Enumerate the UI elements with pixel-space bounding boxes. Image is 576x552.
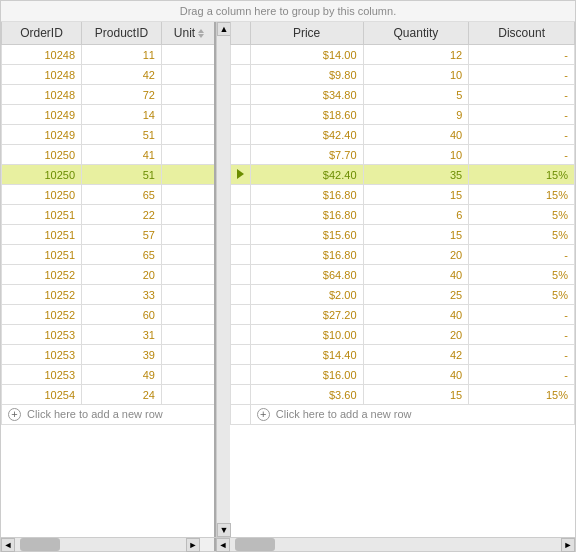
cell-productid: 72 [82, 85, 162, 105]
cell-orderid: 10250 [2, 165, 82, 185]
left-table-row[interactable]: 1025165 [2, 245, 215, 265]
left-panel: OrderID ProductID Unit [1, 22, 216, 537]
orderid-header[interactable]: OrderID [2, 22, 82, 45]
left-table-row[interactable]: 1025233 [2, 285, 215, 305]
cell-price: $9.80 [250, 65, 363, 85]
right-table-row[interactable]: $64.80405% [231, 265, 575, 285]
cell-productid: 24 [82, 385, 162, 405]
cell-unit [162, 345, 215, 365]
cell-price: $14.40 [250, 345, 363, 365]
cell-price: $16.80 [250, 245, 363, 265]
cell-indicator [231, 145, 251, 165]
left-table-row[interactable]: 1025424 [2, 385, 215, 405]
left-table-row[interactable]: 1025331 [2, 325, 215, 345]
cell-price: $18.60 [250, 105, 363, 125]
left-table-row[interactable]: 1025157 [2, 225, 215, 245]
left-table-row[interactable]: 1025220 [2, 265, 215, 285]
cell-orderid: 10250 [2, 185, 82, 205]
right-table-row[interactable]: $14.4042- [231, 345, 575, 365]
sort-up-icon [198, 29, 204, 33]
left-table-row[interactable]: 1025122 [2, 205, 215, 225]
hscroll-track-right[interactable] [230, 538, 561, 551]
left-table-row[interactable]: 1024914 [2, 105, 215, 125]
hscroll-left-btn-right[interactable]: ◄ [216, 538, 230, 552]
cell-orderid: 10253 [2, 365, 82, 385]
cell-orderid: 10254 [2, 385, 82, 405]
cell-productid: 51 [82, 125, 162, 145]
right-table-row[interactable]: $34.805- [231, 85, 575, 105]
cell-discount: - [469, 125, 575, 145]
cell-orderid: 10252 [2, 305, 82, 325]
productid-header[interactable]: ProductID [82, 22, 162, 45]
cell-discount: 5% [469, 265, 575, 285]
scroll-track[interactable] [217, 36, 230, 523]
cell-productid: 57 [82, 225, 162, 245]
scroll-up-btn[interactable]: ▲ [217, 22, 231, 36]
hscroll-right-btn-right[interactable]: ► [561, 538, 575, 552]
cell-orderid: 10250 [2, 145, 82, 165]
right-table-row[interactable]: $2.00255% [231, 285, 575, 305]
left-table-row[interactable]: 1024842 [2, 65, 215, 85]
left-table-row[interactable]: 1024951 [2, 125, 215, 145]
hscroll-right-btn-left[interactable]: ► [186, 538, 200, 552]
hscroll-track-left[interactable] [15, 538, 186, 551]
cell-quantity: 9 [363, 105, 469, 125]
cell-orderid: 10251 [2, 205, 82, 225]
right-panel: Price Quantity Discount $14.0012-$9.8010… [230, 22, 575, 537]
hscroll-left-btn[interactable]: ◄ [1, 538, 15, 552]
right-table-row[interactable]: $16.8065% [231, 205, 575, 225]
right-table-row[interactable]: $16.801515% [231, 185, 575, 205]
right-table-row[interactable]: $3.601515% [231, 385, 575, 405]
scroll-down-btn[interactable]: ▼ [217, 523, 231, 537]
left-table-row[interactable]: 1025041 [2, 145, 215, 165]
cell-discount: - [469, 145, 575, 165]
price-header[interactable]: Price [250, 22, 363, 45]
right-table-row[interactable]: $18.609- [231, 105, 575, 125]
unit-header[interactable]: Unit [162, 22, 215, 45]
cell-orderid: 10248 [2, 65, 82, 85]
cell-unit [162, 45, 215, 65]
cell-indicator [231, 85, 251, 105]
quantity-header[interactable]: Quantity [363, 22, 469, 45]
cell-quantity: 10 [363, 145, 469, 165]
cell-indicator [231, 165, 251, 185]
cell-orderid: 10248 [2, 85, 82, 105]
right-table-row[interactable]: $9.8010- [231, 65, 575, 85]
cell-discount: - [469, 345, 575, 365]
right-table-row[interactable]: $10.0020- [231, 325, 575, 345]
right-table-row[interactable]: $7.7010- [231, 145, 575, 165]
cell-productid: 14 [82, 105, 162, 125]
cell-price: $16.80 [250, 205, 363, 225]
cell-unit [162, 225, 215, 245]
right-table-row[interactable]: $15.60155% [231, 225, 575, 245]
hscroll-thumb-right[interactable] [235, 538, 275, 551]
cell-quantity: 10 [363, 65, 469, 85]
left-table-row[interactable]: 1025051 [2, 165, 215, 185]
left-table-row[interactable]: 1025339 [2, 345, 215, 365]
left-table-row[interactable]: 1025349 [2, 365, 215, 385]
cell-productid: 65 [82, 185, 162, 205]
cell-discount: - [469, 105, 575, 125]
left-table-row[interactable]: 1025260 [2, 305, 215, 325]
cell-quantity: 35 [363, 165, 469, 185]
discount-header[interactable]: Discount [469, 22, 575, 45]
right-table-row[interactable]: $16.0040- [231, 365, 575, 385]
right-table-row[interactable]: $42.403515% [231, 165, 575, 185]
left-table-row[interactable]: 1024872 [2, 85, 215, 105]
right-table-row[interactable]: $42.4040- [231, 125, 575, 145]
left-table-row[interactable]: 1024811 [2, 45, 215, 65]
cell-productid: 60 [82, 305, 162, 325]
right-table-row[interactable]: $16.8020- [231, 245, 575, 265]
right-table-row[interactable]: $14.0012- [231, 45, 575, 65]
add-row-left[interactable]: + Click here to add a new row [2, 405, 215, 425]
cell-quantity: 40 [363, 365, 469, 385]
cell-quantity: 40 [363, 125, 469, 145]
cell-quantity: 15 [363, 225, 469, 245]
cell-discount: 5% [469, 285, 575, 305]
right-table-row[interactable]: $27.2040- [231, 305, 575, 325]
cell-unit [162, 65, 215, 85]
left-table-row[interactable]: 1025065 [2, 185, 215, 205]
hscroll-thumb-left[interactable] [20, 538, 60, 551]
add-row-right[interactable]: + Click here to add a new row [231, 405, 575, 425]
right-hscroll: ◄ ► [216, 538, 575, 551]
